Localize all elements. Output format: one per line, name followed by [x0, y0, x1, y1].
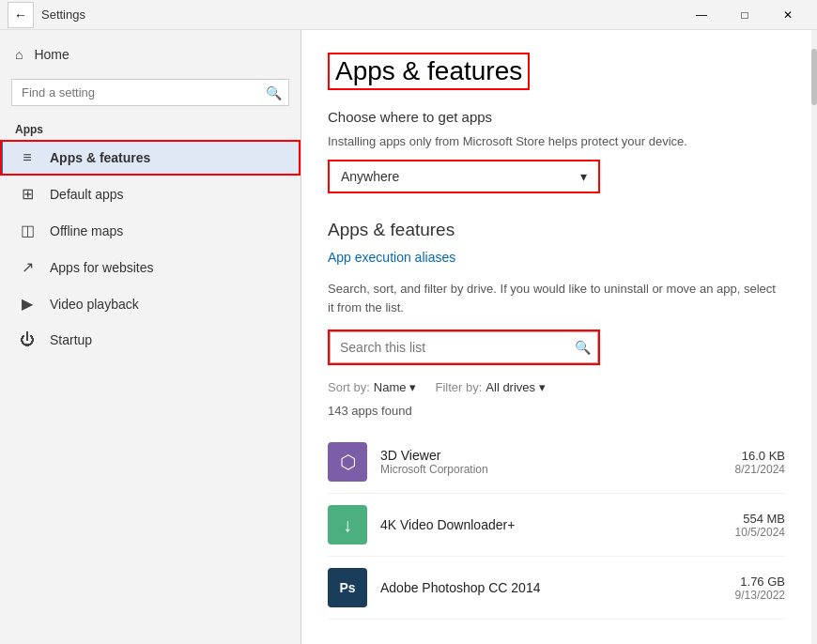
filter-value: All drives: [486, 380, 535, 394]
minimize-button[interactable]: —: [680, 0, 723, 30]
video-playback-label: Video playback: [50, 297, 139, 312]
app-size: 554 MB: [735, 512, 785, 526]
close-button[interactable]: ✕: [766, 0, 809, 30]
app-size: 1.76 GB: [735, 575, 785, 589]
main-layout: ⌂ Home 🔍 Apps ≡ Apps & features ⊞ Defaul…: [0, 30, 817, 644]
content-area: Apps & features Choose where to get apps…: [301, 30, 811, 644]
home-label: Home: [34, 47, 69, 62]
title-bar-title: Settings: [41, 8, 85, 22]
app-date: 9/13/2022: [735, 589, 785, 602]
app-date: 8/21/2024: [735, 463, 785, 476]
table-row[interactable]: ↓ 4K Video Downloader+ 554 MB 10/5/2024: [328, 494, 785, 557]
apps-features-label: Apps & features: [50, 150, 150, 165]
filter-description: Search, sort, and filter by drive. If yo…: [328, 280, 785, 316]
filter-label: Filter by:: [435, 380, 482, 394]
choose-where-heading: Choose where to get apps: [328, 109, 785, 125]
chevron-down-icon: ▾: [580, 169, 587, 184]
default-apps-label: Default apps: [50, 187, 124, 202]
filter-button[interactable]: Filter by: All drives ▾: [435, 380, 546, 394]
table-row[interactable]: Ps Adobe Photoshop CC 2014 1.76 GB 9/13/…: [328, 557, 785, 620]
sidebar-item-offline-maps[interactable]: ◫ Offline maps: [0, 212, 301, 249]
startup-label: Startup: [50, 332, 92, 347]
video-playback-icon: ▶: [18, 295, 37, 313]
sidebar-item-apps-features[interactable]: ≡ Apps & features: [0, 140, 301, 176]
table-row[interactable]: ⬡ 3D Viewer Microsoft Corporation 16.0 K…: [328, 431, 785, 494]
back-icon: ←: [14, 8, 27, 23]
sidebar-item-default-apps[interactable]: ⊞ Default apps: [0, 176, 301, 212]
app-icon-photoshop: Ps: [328, 568, 367, 607]
sort-button[interactable]: Sort by: Name ▾: [328, 380, 416, 394]
choose-where-subtext: Installing apps only from Microsoft Stor…: [328, 134, 785, 148]
app-icon-4k-downloader: ↓: [328, 505, 367, 544]
sidebar: ⌂ Home 🔍 Apps ≡ Apps & features ⊞ Defaul…: [0, 30, 301, 644]
maximize-button[interactable]: □: [723, 0, 766, 30]
app-meta-3d-viewer: 16.0 KB 8/21/2024: [735, 449, 785, 476]
sidebar-item-apps-websites[interactable]: ↗ Apps for websites: [0, 249, 301, 285]
default-apps-icon: ⊞: [18, 185, 37, 203]
app-execution-aliases-link[interactable]: App execution aliases: [328, 250, 785, 265]
app-info-3d-viewer: 3D Viewer Microsoft Corporation: [380, 448, 722, 476]
app-meta-photoshop: 1.76 GB 9/13/2022: [735, 575, 785, 602]
dropdown-value: Anywhere: [341, 169, 399, 184]
startup-icon: ⏻: [18, 331, 37, 348]
home-icon: ⌂: [15, 47, 23, 62]
app-publisher: Microsoft Corporation: [380, 463, 722, 476]
apps-count: 143 apps found: [328, 404, 785, 418]
offline-maps-icon: ◫: [18, 222, 37, 239]
apps-websites-icon: ↗: [18, 258, 37, 276]
sort-chevron-icon: ▾: [409, 380, 416, 394]
anywhere-dropdown[interactable]: Anywhere ▾: [328, 160, 600, 193]
apps-features-section-title: Apps & features: [328, 220, 785, 240]
sidebar-item-video-playback[interactable]: ▶ Video playback: [0, 285, 301, 322]
app-size: 16.0 KB: [735, 449, 785, 463]
sort-value: Name: [374, 380, 407, 394]
app-date: 10/5/2024: [735, 526, 785, 539]
app-info-photoshop: Adobe Photoshop CC 2014: [380, 580, 722, 595]
app-name: Adobe Photoshop CC 2014: [380, 580, 722, 595]
offline-maps-label: Offline maps: [50, 223, 123, 238]
app-list: ⬡ 3D Viewer Microsoft Corporation 16.0 K…: [328, 431, 785, 620]
page-title: Apps & features: [328, 53, 530, 90]
sort-filter-row: Sort by: Name ▾ Filter by: All drives ▾: [328, 380, 785, 394]
sidebar-search-container: 🔍: [11, 79, 289, 106]
scrollbar-thumb[interactable]: [811, 49, 817, 105]
search-list-input[interactable]: [330, 331, 598, 363]
search-icon: 🔍: [266, 85, 282, 100]
filter-chevron-icon: ▾: [539, 380, 546, 394]
back-button[interactable]: ←: [8, 2, 34, 28]
apps-section-label: Apps: [0, 114, 301, 140]
app-info-4k-downloader: 4K Video Downloader+: [380, 517, 722, 532]
apps-features-icon: ≡: [18, 149, 37, 166]
app-icon-3d-viewer: ⬡: [328, 442, 367, 482]
title-bar: ← Settings — □ ✕: [0, 0, 817, 30]
search-list-container: 🔍: [328, 330, 600, 365]
sidebar-item-home[interactable]: ⌂ Home: [0, 38, 301, 71]
sidebar-item-startup[interactable]: ⏻ Startup: [0, 322, 301, 358]
search-list-icon: 🔍: [575, 340, 591, 355]
apps-websites-label: Apps for websites: [50, 260, 154, 275]
window-controls: — □ ✕: [680, 0, 809, 30]
sort-label: Sort by:: [328, 380, 370, 394]
app-meta-4k-downloader: 554 MB 10/5/2024: [735, 512, 785, 539]
app-name: 3D Viewer: [380, 448, 722, 463]
sidebar-search-input[interactable]: [11, 79, 289, 106]
app-name: 4K Video Downloader+: [380, 517, 722, 532]
scrollbar-track[interactable]: [811, 30, 817, 644]
